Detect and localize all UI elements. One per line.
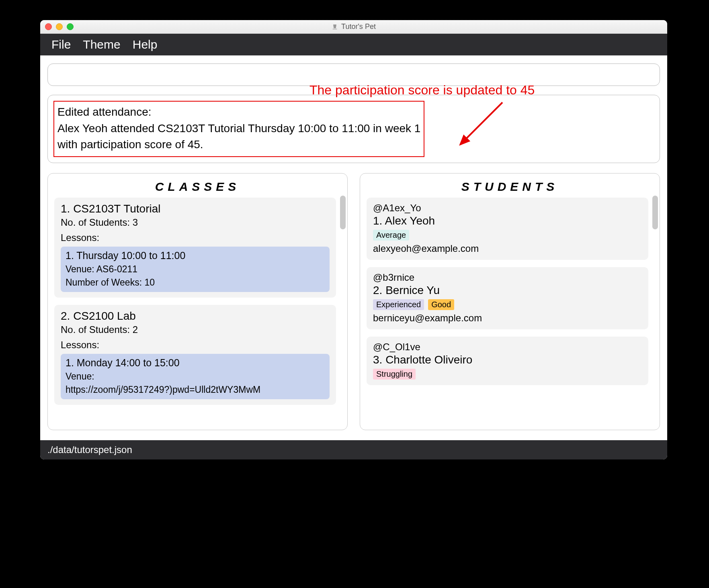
lesson-time: 1. Monday 14:00 to 15:00 (66, 357, 325, 369)
student-name: 3. Charlotte Oliveiro (373, 353, 642, 366)
tag-row: Average (373, 230, 642, 241)
content-area: Edited attendance: Alex Yeoh attended CS… (40, 55, 667, 440)
tag-experienced: Experienced (373, 299, 424, 310)
lesson-venue-url: https://zoom/j/95317249?)pwd=Ulld2tWY3Mw… (66, 384, 325, 395)
menu-help[interactable]: Help (133, 38, 158, 51)
lessons-label: Lessons: (61, 232, 330, 243)
student-card[interactable]: @b3rnice 2. Bernice Yu Experienced Good … (367, 267, 648, 329)
scrollbar-thumb[interactable] (652, 196, 658, 229)
class-num-students: No. of Students: 2 (61, 324, 330, 335)
class-title: 2. CS2100 Lab (61, 310, 330, 323)
class-num-students: No. of Students: 3 (61, 217, 330, 228)
result-line: Edited attendance: (57, 104, 420, 120)
lesson-card: 1. Monday 14:00 to 15:00 Venue: https://… (61, 354, 330, 399)
tag-row: Experienced Good (373, 299, 642, 310)
student-handle: @C_Ol1ve (373, 341, 642, 353)
menubar: File Theme Help (40, 34, 667, 55)
menu-theme[interactable]: Theme (83, 38, 120, 51)
tag-good: Good (428, 299, 454, 310)
class-card[interactable]: 2. CS2100 Lab No. of Students: 2 Lessons… (54, 305, 336, 405)
lesson-card: 1. Thursday 10:00 to 11:00 Venue: AS6-02… (61, 247, 330, 292)
result-line: with participation score of 45. (57, 137, 420, 153)
window-title: Tutor's Pet (341, 22, 376, 31)
tag-average: Average (373, 230, 409, 241)
classes-header: CLASSES (51, 178, 344, 198)
students-body: @A1ex_Yo 1. Alex Yeoh Average alexyeoh@e… (363, 198, 656, 385)
statusbar: ./data/tutorspet.json (40, 440, 667, 459)
lesson-weeks: Number of Weeks: 10 (66, 277, 325, 288)
command-input[interactable] (47, 63, 660, 86)
student-name: 1. Alex Yeoh (373, 214, 642, 227)
student-name: 2. Bernice Yu (373, 284, 642, 297)
app-window: Tutor's Pet File Theme Help Edited atten… (40, 20, 667, 459)
result-box: Edited attendance: Alex Yeoh attended CS… (47, 95, 660, 163)
class-card[interactable]: 1. CS2103T Tutorial No. of Students: 3 L… (54, 198, 336, 298)
tag-struggling: Struggling (373, 369, 416, 380)
students-header: STUDENTS (363, 178, 656, 198)
result-highlight: Edited attendance: Alex Yeoh attended CS… (53, 101, 424, 157)
student-email: berniceyu@example.com (373, 312, 642, 324)
student-card[interactable]: @C_Ol1ve 3. Charlotte Oliveiro Strugglin… (367, 337, 648, 385)
classes-body: 1. CS2103T Tutorial No. of Students: 3 L… (51, 198, 344, 405)
student-card[interactable]: @A1ex_Yo 1. Alex Yeoh Average alexyeoh@e… (367, 198, 648, 260)
lessons-label: Lessons: (61, 339, 330, 351)
result-line: Alex Yeoh attended CS2103T Tutorial Thur… (57, 120, 420, 137)
app-icon (332, 24, 338, 30)
scrollbar-thumb[interactable] (340, 196, 346, 229)
student-email: alexyeoh@example.com (373, 243, 642, 254)
window-title-wrap: Tutor's Pet (40, 22, 667, 31)
tag-row: Struggling (373, 369, 642, 380)
class-title: 1. CS2103T Tutorial (61, 202, 330, 215)
student-handle: @A1ex_Yo (373, 202, 642, 214)
statusbar-path: ./data/tutorspet.json (47, 444, 132, 455)
students-panel: STUDENTS @A1ex_Yo 1. Alex Yeoh Average a… (360, 173, 660, 430)
panels: CLASSES 1. CS2103T Tutorial No. of Stude… (47, 173, 660, 430)
lesson-time: 1. Thursday 10:00 to 11:00 (66, 250, 325, 261)
lesson-venue: Venue: (66, 371, 325, 382)
student-handle: @b3rnice (373, 272, 642, 283)
lesson-venue: Venue: AS6-0211 (66, 264, 325, 275)
menu-file[interactable]: File (51, 38, 71, 51)
classes-panel: CLASSES 1. CS2103T Tutorial No. of Stude… (47, 173, 348, 430)
titlebar: Tutor's Pet (40, 20, 667, 34)
